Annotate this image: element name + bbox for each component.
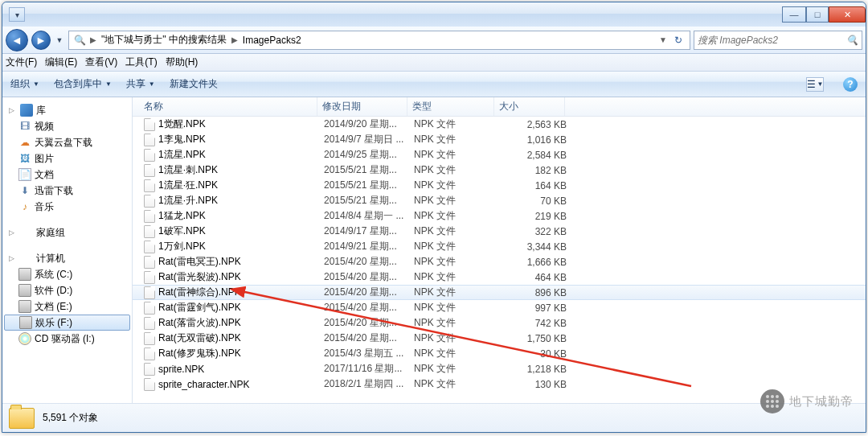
- column-date[interactable]: 修改日期: [317, 97, 407, 116]
- menu-tools[interactable]: 工具(T): [125, 56, 157, 69]
- search-box[interactable]: 🔍: [694, 31, 862, 50]
- expand-icon[interactable]: ▷: [9, 106, 17, 114]
- sidebar-item[interactable]: 🖼图片: [2, 150, 132, 167]
- file-type: NPK 文件: [414, 117, 501, 131]
- item-label: 图片: [35, 152, 54, 166]
- sidebar-group-head[interactable]: ▷库: [2, 102, 132, 118]
- menu-file[interactable]: 文件(F): [6, 56, 37, 69]
- column-name[interactable]: 名称: [133, 97, 317, 116]
- back-button[interactable]: ◄: [6, 29, 28, 51]
- file-icon: [144, 271, 155, 284]
- file-name: 1李鬼.NPK: [158, 133, 206, 146]
- file-icon: [144, 134, 155, 146]
- file-row[interactable]: 1李鬼.NPK2014/9/7 星期日 ...NPK 文件1,016 KB: [133, 132, 866, 147]
- sidebar-item[interactable]: 娱乐 (F:): [4, 315, 130, 331]
- file-type: NPK 文件: [414, 209, 501, 223]
- menu-help[interactable]: 帮助(H): [166, 56, 199, 69]
- file-type: NPK 文件: [414, 255, 501, 269]
- file-row[interactable]: 1流星.NPK2014/9/25 星期...NPK 文件2,584 KB: [133, 147, 866, 162]
- share-button[interactable]: 共享▼: [126, 77, 155, 91]
- sidebar-item[interactable]: 📄文档: [2, 167, 132, 183]
- file-row[interactable]: 1觉醒.NPK2014/9/20 星期...NPK 文件2,563 KB: [133, 117, 866, 132]
- sidebar-item[interactable]: CD 驱动器 (I:): [2, 331, 132, 347]
- command-bar: 组织▼ 包含到库中▼ 共享▼ 新建文件夹 ☰ ▼ ?: [2, 72, 866, 97]
- sidebar-group-head[interactable]: ▷计算机: [2, 250, 132, 266]
- menu-edit[interactable]: 编辑(E): [45, 56, 77, 69]
- file-row[interactable]: 1流星·刺.NPK2015/5/21 星期...NPK 文件182 KB: [133, 162, 866, 178]
- file-row[interactable]: 1万剑.NPK2014/9/21 星期...NPK 文件3,344 KB: [133, 239, 866, 254]
- file-row[interactable]: sprite.NPK2017/11/16 星期...NPK 文件1,218 KB: [133, 361, 866, 376]
- forward-button[interactable]: ►: [31, 31, 51, 50]
- sidebar-group-head[interactable]: ▷家庭组: [2, 224, 132, 241]
- file-row[interactable]: Rat(雷电冥王).NPK2015/4/20 星期...NPK 文件1,666 …: [133, 254, 866, 269]
- file-row[interactable]: sprite_character.NPK2018/2/1 星期四 ...NPK …: [133, 376, 866, 392]
- view-options-button[interactable]: ☰ ▼: [806, 77, 824, 92]
- file-row[interactable]: 1流星·升.NPK2015/5/21 星期...NPK 文件70 KB: [133, 193, 866, 208]
- organize-button[interactable]: 组织▼: [10, 77, 39, 91]
- help-icon[interactable]: ?: [843, 77, 858, 92]
- crumb-segment[interactable]: "地下城与勇士" 中的搜索结果: [98, 33, 230, 47]
- sidebar-item[interactable]: 系统 (C:): [2, 266, 132, 282]
- file-name: Rat(雷电冥王).NPK: [158, 255, 241, 269]
- file-row[interactable]: 1猛龙.NPK2014/8/4 星期一 ...NPK 文件219 KB: [133, 208, 866, 224]
- watermark-icon: [760, 389, 784, 413]
- minimize-button[interactable]: —: [782, 6, 806, 23]
- include-library-button[interactable]: 包含到库中▼: [54, 77, 112, 91]
- file-icon: [144, 317, 155, 330]
- sidebar-item[interactable]: ☁天翼云盘下载: [2, 134, 132, 150]
- history-dropdown[interactable]: ▼: [54, 36, 65, 44]
- expand-icon[interactable]: ▷: [9, 254, 17, 262]
- file-row[interactable]: Rat(修罗鬼珠).NPK2015/4/3 星期五 ...NPK 文件30 KB: [133, 346, 866, 361]
- nav-pane[interactable]: ▷库🎞视频☁天翼云盘下载🖼图片📄文档⬇迅雷下载♪音乐▷家庭组▷计算机系统 (C:…: [2, 97, 133, 403]
- title-bar[interactable]: ▾ — □ ✕: [2, 2, 866, 27]
- item-icon: ♪: [18, 200, 31, 213]
- file-name: 1猛龙.NPK: [158, 209, 206, 223]
- file-size: 130 KB: [501, 379, 567, 390]
- file-row[interactable]: 1流星·狂.NPK2015/5/21 星期...NPK 文件164 KB: [133, 178, 866, 193]
- item-icon: [18, 268, 31, 281]
- file-name: 1流星·刺.NPK: [158, 163, 218, 177]
- search-icon[interactable]: 🔍: [846, 35, 858, 46]
- file-row[interactable]: Rat(雷神综合).NPK2015/4/20 星期...NPK 文件896 KB: [133, 285, 866, 300]
- sidebar-item[interactable]: ⬇迅雷下载: [2, 183, 132, 199]
- expand-ribbon-button[interactable]: ▾: [9, 7, 25, 22]
- sidebar-item[interactable]: 软件 (D:): [2, 282, 132, 298]
- refresh-icon[interactable]: ↻: [669, 35, 688, 46]
- file-row[interactable]: 1破军.NPK2014/9/17 星期...NPK 文件322 KB: [133, 224, 866, 239]
- file-date: 2015/5/21 星期...: [324, 194, 414, 208]
- menu-view[interactable]: 查看(V): [85, 56, 117, 69]
- search-input[interactable]: [698, 35, 846, 46]
- file-name: 1觉醒.NPK: [158, 117, 206, 131]
- close-button[interactable]: ✕: [829, 6, 866, 23]
- crumb-dropdown-icon[interactable]: ▼: [657, 35, 669, 44]
- file-icon: [144, 302, 155, 315]
- expand-icon[interactable]: ▷: [9, 228, 17, 237]
- column-type[interactable]: 类型: [407, 97, 494, 116]
- new-folder-button[interactable]: 新建文件夹: [170, 77, 218, 91]
- sidebar-item[interactable]: 文档 (E:): [2, 298, 132, 315]
- file-name: Rat(修罗鬼珠).NPK: [158, 347, 241, 360]
- file-rows[interactable]: 1觉醒.NPK2014/9/20 星期...NPK 文件2,563 KB1李鬼.…: [133, 117, 866, 403]
- column-size[interactable]: 大小: [494, 97, 565, 116]
- breadcrumb[interactable]: 🔍 ▶ "地下城与勇士" 中的搜索结果 ▶ ImagePacks2 ▼ ↻: [68, 31, 690, 50]
- file-row[interactable]: Rat(雷霆剑气).NPK2015/4/20 星期...NPK 文件997 KB: [133, 300, 866, 315]
- file-icon: [144, 286, 155, 299]
- group-label: 家庭组: [36, 226, 65, 240]
- file-icon: [144, 164, 155, 177]
- file-row[interactable]: Rat(落雷火波).NPK2015/4/20 星期...NPK 文件742 KB: [133, 315, 866, 331]
- sidebar-item[interactable]: 🎞视频: [2, 118, 132, 134]
- file-row[interactable]: Rat(无双雷破).NPK2015/4/20 星期...NPK 文件1,750 …: [133, 331, 866, 346]
- file-size: 742 KB: [501, 318, 567, 329]
- crumb-segment[interactable]: ImagePacks2: [240, 35, 305, 46]
- file-date: 2015/4/3 星期五 ...: [324, 347, 414, 360]
- search-location-icon: 🔍: [71, 35, 88, 46]
- sidebar-item[interactable]: ♪音乐: [2, 199, 132, 215]
- file-name: sprite_character.NPK: [158, 379, 249, 390]
- watermark: 地下城勤帝: [760, 389, 854, 413]
- file-date: 2015/4/20 星期...: [324, 255, 414, 269]
- file-date: 2015/5/21 星期...: [324, 179, 414, 192]
- file-type: NPK 文件: [414, 148, 501, 162]
- item-icon: ☁: [18, 136, 31, 149]
- file-row[interactable]: Rat(雷光裂波).NPK2015/4/20 星期...NPK 文件464 KB: [133, 269, 866, 285]
- maximize-button[interactable]: □: [806, 6, 829, 23]
